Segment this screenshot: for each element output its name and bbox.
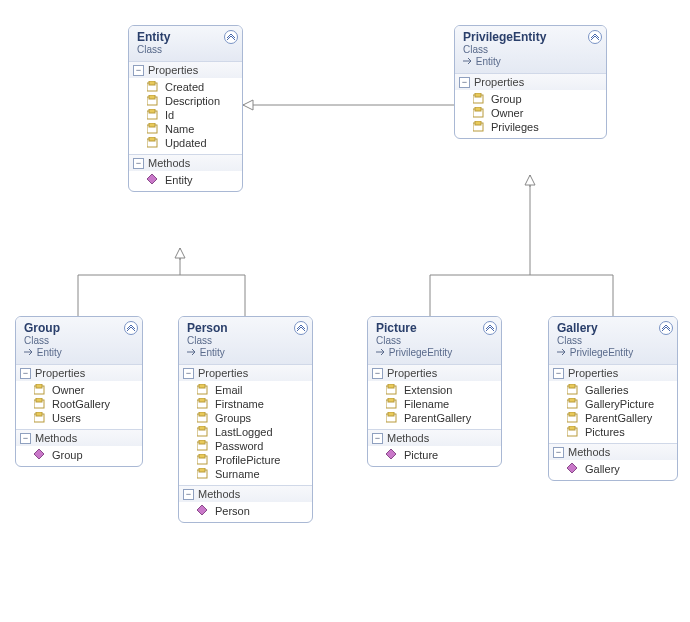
minus-icon[interactable]: − xyxy=(372,368,383,379)
section-header[interactable]: −Methods xyxy=(129,155,242,171)
property-item[interactable]: Owner xyxy=(16,383,142,397)
property-item[interactable]: Extension xyxy=(368,383,501,397)
property-item[interactable]: Firstname xyxy=(179,397,312,411)
class-entity[interactable]: Entity Class −Properties Created Descrip… xyxy=(128,25,243,192)
section-label: Properties xyxy=(474,76,524,88)
svg-rect-25 xyxy=(199,384,205,388)
property-icon xyxy=(34,398,48,410)
minus-icon[interactable]: − xyxy=(183,368,194,379)
section-label: Methods xyxy=(568,446,610,458)
methods-section: −Methods Entity xyxy=(129,154,242,191)
section-header[interactable]: −Methods xyxy=(549,444,677,460)
class-title: Gallery xyxy=(557,321,669,335)
svg-rect-5 xyxy=(149,109,155,113)
method-name: Entity xyxy=(165,174,193,186)
property-item[interactable]: Name xyxy=(129,122,242,136)
minus-icon[interactable]: − xyxy=(133,158,144,169)
chevron-up-icon[interactable] xyxy=(483,321,497,335)
svg-rect-53 xyxy=(569,426,575,430)
chevron-up-icon[interactable] xyxy=(224,30,238,44)
class-header[interactable]: Entity Class xyxy=(129,26,242,61)
section-label: Properties xyxy=(198,367,248,379)
class-group[interactable]: Group Class Entity −Properties Owner Roo… xyxy=(15,316,143,467)
property-name: Owner xyxy=(491,107,523,119)
section-label: Properties xyxy=(568,367,618,379)
svg-rect-14 xyxy=(475,107,481,111)
section-header[interactable]: −Properties xyxy=(549,365,677,381)
method-item[interactable]: Entity xyxy=(129,173,242,187)
property-item[interactable]: Id xyxy=(129,108,242,122)
minus-icon[interactable]: − xyxy=(372,433,383,444)
property-item[interactable]: Groups xyxy=(179,411,312,425)
class-header[interactable]: PrivilegeEntity Class Entity xyxy=(455,26,606,73)
property-item[interactable]: ProfilePicture xyxy=(179,453,312,467)
property-item[interactable]: ParentGallery xyxy=(368,411,501,425)
minus-icon[interactable]: − xyxy=(459,77,470,88)
chevron-up-icon[interactable] xyxy=(588,30,602,44)
property-item[interactable]: Created xyxy=(129,80,242,94)
property-icon xyxy=(386,412,400,424)
class-header[interactable]: Group Class Entity xyxy=(16,317,142,364)
property-name: Users xyxy=(52,412,81,424)
svg-marker-54 xyxy=(567,463,577,473)
method-item[interactable]: Person xyxy=(179,504,312,518)
property-item[interactable]: Filename xyxy=(368,397,501,411)
property-item[interactable]: Updated xyxy=(129,136,242,150)
minus-icon[interactable]: − xyxy=(20,368,31,379)
property-item[interactable]: Description xyxy=(129,94,242,108)
property-icon xyxy=(567,384,581,396)
property-item[interactable]: Users xyxy=(16,411,142,425)
minus-icon[interactable]: − xyxy=(553,368,564,379)
property-item[interactable]: ParentGallery xyxy=(549,411,677,425)
property-icon xyxy=(34,412,48,424)
property-item[interactable]: GalleryPicture xyxy=(549,397,677,411)
section-header[interactable]: −Properties xyxy=(368,365,501,381)
method-item[interactable]: Group xyxy=(16,448,142,462)
minus-icon[interactable]: − xyxy=(183,489,194,500)
class-header[interactable]: Person Class Entity xyxy=(179,317,312,364)
property-item[interactable]: Owner xyxy=(455,106,606,120)
property-item[interactable]: Group xyxy=(455,92,606,106)
arrow-icon xyxy=(463,57,473,65)
section-header[interactable]: −Methods xyxy=(368,430,501,446)
class-header[interactable]: Picture Class PrivilegeEntity xyxy=(368,317,501,364)
class-picture[interactable]: Picture Class PrivilegeEntity −Propertie… xyxy=(367,316,502,467)
property-item[interactable]: Galleries xyxy=(549,383,677,397)
chevron-up-icon[interactable] xyxy=(294,321,308,335)
chevron-up-icon[interactable] xyxy=(659,321,673,335)
property-item[interactable]: LastLogged xyxy=(179,425,312,439)
property-item[interactable]: Surname xyxy=(179,467,312,481)
svg-rect-29 xyxy=(199,412,205,416)
class-header[interactable]: Gallery Class PrivilegeEntity xyxy=(549,317,677,364)
section-header[interactable]: −Properties xyxy=(129,62,242,78)
section-header[interactable]: −Methods xyxy=(179,486,312,502)
properties-section: −Properties Email Firstname Groups LastL… xyxy=(179,364,312,485)
minus-icon[interactable]: − xyxy=(133,65,144,76)
method-item[interactable]: Picture xyxy=(368,448,501,462)
properties-section: −Properties Group Owner Privileges xyxy=(455,73,606,138)
svg-rect-31 xyxy=(199,426,205,430)
section-header[interactable]: −Properties xyxy=(455,74,606,90)
section-header[interactable]: −Properties xyxy=(179,365,312,381)
class-gallery[interactable]: Gallery Class PrivilegeEntity −Propertie… xyxy=(548,316,678,481)
method-item[interactable]: Gallery xyxy=(549,462,677,476)
svg-rect-12 xyxy=(475,93,481,97)
property-item[interactable]: Privileges xyxy=(455,120,606,134)
section-label: Methods xyxy=(198,488,240,500)
property-item[interactable]: Pictures xyxy=(549,425,677,439)
class-person[interactable]: Person Class Entity −Properties Email Fi… xyxy=(178,316,313,523)
svg-rect-9 xyxy=(149,137,155,141)
property-item[interactable]: Password xyxy=(179,439,312,453)
property-icon xyxy=(473,93,487,105)
section-header[interactable]: −Properties xyxy=(16,365,142,381)
property-item[interactable]: Email xyxy=(179,383,312,397)
chevron-up-icon[interactable] xyxy=(124,321,138,335)
class-privilegeentity[interactable]: PrivilegeEntity Class Entity −Properties… xyxy=(454,25,607,139)
section-header[interactable]: −Methods xyxy=(16,430,142,446)
property-item[interactable]: RootGallery xyxy=(16,397,142,411)
svg-rect-40 xyxy=(388,384,394,388)
minus-icon[interactable]: − xyxy=(553,447,564,458)
minus-icon[interactable]: − xyxy=(20,433,31,444)
property-name: Surname xyxy=(215,468,260,480)
methods-section: −Methods Gallery xyxy=(549,443,677,480)
